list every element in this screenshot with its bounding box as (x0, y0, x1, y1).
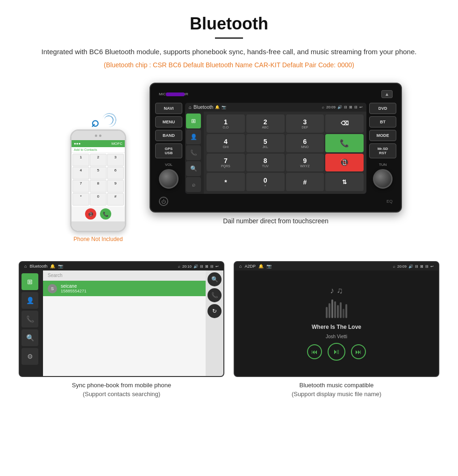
stereo-caption: Dail number direct from touchscreen (150, 217, 402, 225)
screen-icon-vol: 🔊 (337, 105, 342, 109)
music-song-title: Where Is The Love (312, 324, 361, 330)
stereo-dvd-btn[interactable]: DVD (369, 103, 396, 114)
stereo-navi-btn[interactable]: NAVI (155, 103, 182, 114)
home-icon[interactable]: ⌂ (189, 105, 192, 110)
phonebook-title: Bluetooth (29, 264, 47, 269)
screen-icon-1: 🔔 (215, 105, 220, 109)
phone-key-6[interactable]: 6 (107, 167, 124, 179)
music-equalizer-bars (239, 299, 434, 318)
contact-info: seicane 15885554271 (61, 284, 86, 293)
stereo-menu-btn[interactable]: MENU (155, 116, 182, 128)
dial-key-0[interactable]: 0+ (246, 173, 285, 191)
dial-key-hash[interactable]: # (286, 173, 324, 191)
stereo-tun-label: TUN (369, 163, 396, 167)
music-bt-icon: ⌕ (393, 264, 395, 269)
music-next-btn[interactable]: ⏭ (351, 344, 366, 359)
stereo-bt-btn[interactable]: BT (369, 116, 396, 128)
dial-key-9[interactable]: 9WXYZ (286, 154, 324, 172)
music-controls: ⏮ ⏯ ⏭ (307, 343, 366, 361)
stereo-eject-btn[interactable]: ▲ (381, 90, 393, 98)
music-prev-btn[interactable]: ⏮ (307, 344, 322, 359)
stereo-mode-btn[interactable]: MODE (369, 130, 396, 141)
phone-key-0[interactable]: 0 (90, 193, 107, 206)
music-back-icon[interactable]: ↩ (430, 264, 434, 269)
pb-icon-call[interactable]: 📞 (21, 311, 38, 327)
stereo-eq-label: EQ (386, 199, 393, 204)
music-home-icon[interactable]: ⌂ (239, 264, 242, 269)
dial-key-7[interactable]: 7PQRS (207, 154, 245, 172)
phone-key-4[interactable]: 4 (72, 167, 89, 179)
pb-icon-grid[interactable]: ⊞ (21, 273, 38, 290)
music-icon2: 📷 (266, 264, 272, 269)
pb-refresh-btn[interactable]: ↻ (208, 304, 222, 318)
music-play-btn[interactable]: ⏯ (328, 343, 345, 361)
stereo-tun-knob[interactable] (373, 169, 393, 189)
music-icon5: ⊟ (425, 264, 429, 269)
phonebook-back-icon[interactable]: ↩ (215, 264, 219, 269)
phone-key-8[interactable]: 8 (90, 180, 107, 192)
phone-time-label: MOFC (111, 142, 122, 146)
music-android-header: ⌂ A2DP 🔔 📷 ⌕ 20:09 🔊 ⊟ ⊠ ⊟ ↩ (235, 262, 438, 270)
dial-key-call[interactable]: 📞 (325, 134, 364, 152)
phone-mockup-wrapper: ⌕ ●●● MOFC Add to Contacts 1 2 3 4 (56, 83, 140, 242)
dial-key-1[interactable]: 1O,O (207, 114, 245, 133)
phone-key-7[interactable]: 7 (72, 180, 89, 192)
dial-key-6[interactable]: 6MNO (286, 134, 324, 152)
phonebook-main: Search S seicane 15885554271 (43, 270, 206, 376)
pb-icon-search[interactable]: 🔍 (21, 329, 38, 346)
stereo-vol-knob[interactable] (159, 169, 179, 189)
music-icon3: ⊟ (415, 264, 418, 269)
dial-key-8[interactable]: 8TUV (246, 154, 285, 172)
stereo-gps-usb-btn[interactable]: GPSUSB (155, 143, 182, 158)
phonebook-icon3: ⊟ (200, 264, 203, 269)
page-title: Bluetooth (9, 14, 449, 34)
phone-key-hash[interactable]: # (107, 193, 124, 206)
dial-key-end[interactable]: 📵 (325, 154, 364, 172)
dial-key-3[interactable]: 3DEF (286, 114, 324, 133)
music-caption-sub: (Support display music file name) (234, 390, 439, 399)
music-title: A2DP (244, 264, 256, 269)
dialpad-icon-person[interactable]: 👤 (186, 129, 201, 144)
dial-key-4[interactable]: 4GHI (207, 134, 245, 152)
dialpad-icon-search[interactable]: 🔍 (186, 161, 201, 176)
phone-call-btn[interactable]: 📞 (100, 208, 111, 220)
phone-key-3[interactable]: 3 (107, 154, 124, 166)
dialpad-icon-bt[interactable]: ⌕ (186, 177, 201, 192)
stereo-power-icon[interactable]: ⏻ (159, 197, 168, 206)
phonebook-icon5: ⊟ (210, 264, 214, 269)
phone-key-9[interactable]: 9 (107, 180, 124, 192)
phone-key-1[interactable]: 1 (72, 154, 89, 166)
stereo-mic-label: MIC (159, 92, 166, 96)
phonebook-header-right: ⌕ 20:10 🔊 ⊟ ⊠ ⊟ ↩ (178, 264, 219, 269)
stereo-mrsd-btn[interactable]: Mr.SDRST (369, 143, 396, 158)
dialpad-icon-grid[interactable]: ⊞ (186, 114, 201, 128)
wave2 (101, 112, 118, 128)
car-stereo: MIC IR ▲ NAVI MENU BAND GPSUSB VOL (150, 83, 402, 213)
screen-title: Bluetooth (193, 105, 213, 110)
dial-key-backspace[interactable]: ⌫ (325, 114, 364, 133)
phone-end-call-btn[interactable]: 📵 (85, 208, 96, 220)
contact-number: 15885554271 (61, 289, 86, 293)
dial-key-star[interactable]: * (207, 173, 245, 191)
phonebook-search[interactable]: Search (43, 270, 206, 281)
phone-screen-header: ●●● MOFC (72, 140, 125, 147)
phonebook-content: ⊞ 👤 📞 🔍 ⚙ Search S seicane (20, 270, 223, 376)
phonebook-screenshot-card: ⌂ Bluetooth 🔔 📷 ⌕ 20:10 🔊 ⊟ ⊠ ⊟ ↩ ⊞ (19, 261, 224, 399)
screen-back-icon[interactable]: ↩ (359, 105, 363, 109)
pb-icon-person[interactable]: 👤 (21, 292, 38, 309)
dialpad-icon-call[interactable]: 📞 (186, 145, 201, 160)
phonebook-home-icon[interactable]: ⌂ (24, 264, 27, 269)
pb-call-btn[interactable]: 📞 (208, 288, 222, 302)
dial-key-sort[interactable]: ⇅ (325, 173, 364, 191)
phonebook-icon2: 📷 (58, 264, 63, 269)
phone-key-5[interactable]: 5 (90, 167, 107, 179)
dial-key-5[interactable]: 5JKL (246, 134, 285, 152)
phone-key-2[interactable]: 2 (90, 154, 107, 166)
pb-icon-settings[interactable]: ⚙ (21, 348, 38, 365)
dial-key-2[interactable]: 2ABC (246, 114, 285, 133)
phonebook-contact-row[interactable]: S seicane 15885554271 (43, 281, 206, 296)
stereo-band-btn[interactable]: BAND (155, 130, 182, 141)
pb-search-btn[interactable]: 🔍 (208, 272, 222, 286)
phonebook-screenshot: ⌂ Bluetooth 🔔 📷 ⌕ 20:10 🔊 ⊟ ⊠ ⊟ ↩ ⊞ (19, 261, 224, 377)
phone-key-star[interactable]: * (72, 193, 89, 206)
